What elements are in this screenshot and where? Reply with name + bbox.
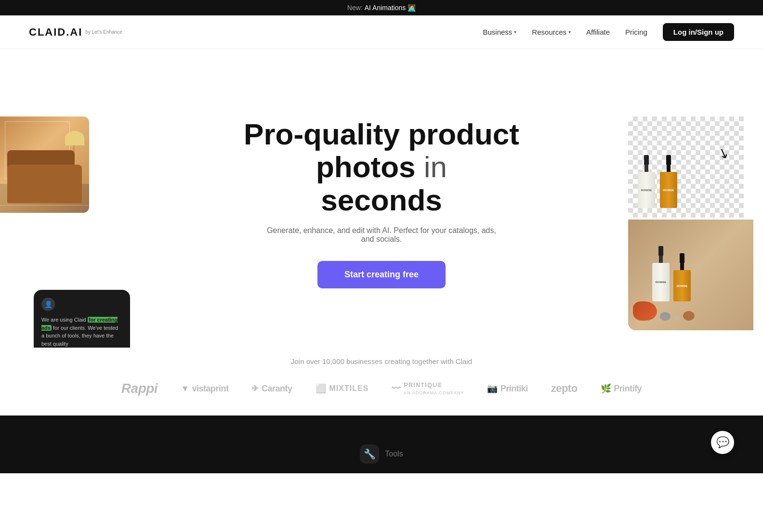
bottle-label: ROWSE [677,285,688,287]
chevron-down-icon: ▾ [568,29,571,35]
review-text: We are using Claid for creating ads for … [41,316,122,348]
logo-text: CLAID.AI [29,26,82,39]
stone-brown [683,311,695,321]
product-after-panel: ROWSE ROWSE [628,220,753,330]
hero-right-decoration: ROWSE ROWSE ↘ [628,117,763,330]
logo-printify: 🌿 Printify [601,383,642,394]
banner-link[interactable]: AI Animations 🧑‍💻 [365,4,416,12]
logo-printique: 〰 PRINTIQUEAN ADORAMA COMPANY [392,381,464,396]
logo-vistaprint: ▼ vistaprint [181,384,228,394]
bottle-body: ROWSE [673,270,691,301]
printiki-icon: 📷 [487,383,498,394]
logos-tagline: Join over 10,000 businesses creating tog… [19,357,744,365]
navigation: CLAID.AI by Let's Enhance Business ▾ Res… [0,15,763,49]
caranty-icon: ✈ [251,383,259,394]
start-creating-button[interactable]: Start creating free [317,261,446,288]
bottle-group-after: ROWSE ROWSE [652,246,691,301]
bottle-body: ROWSE [652,263,670,301]
vistaprint-icon: ▼ [181,384,189,394]
hero-title-seconds: seconds [321,183,442,217]
avatar: 👤 [41,298,55,311]
nav-pricing[interactable]: Pricing [625,28,647,36]
logo-rappi: Rappi [121,381,158,396]
logo-zepto: zepto [551,382,578,395]
review-highlight: for creating ads [41,317,118,331]
bottle-white-1: ROWSE [638,155,655,208]
footer-tools-item: 🔧 Tools [360,444,403,464]
stone-small [673,315,680,321]
bottle-gold-2: ROWSE [673,253,691,301]
hero-left-decoration: 👤 We are using Claid for creating ads fo… [0,117,96,213]
nav-business[interactable]: Business ▾ [483,28,516,36]
bottle-neck [680,263,684,270]
bottle-label: ROWSE [663,189,674,192]
logo: CLAID.AI by Let's Enhance [29,26,122,39]
hero-cta: Start creating free [317,261,446,288]
lamp-shade [65,131,84,145]
footer-section: 🔧 Tools 💬 [0,415,763,473]
logo-mixtiles: ⬜ MIXTILES [316,383,369,394]
hero-title: Pro-quality product photos in seconds [198,118,565,217]
bottle-body: ROWSE [638,172,655,208]
printique-icon: 〰 [392,384,401,394]
footer-content: 🔧 Tools [312,444,451,464]
nav-affiliate[interactable]: Affiliate [586,28,610,36]
mixtiles-icon: ⬜ [316,383,327,394]
nav-links: Business ▾ Resources ▾ Affiliate Pricing… [483,23,734,41]
nav-resources[interactable]: Resources ▾ [532,28,571,36]
logo-caranty: ✈ Caranty [251,383,292,394]
logo-printiki: 📷 Printiki [487,383,528,394]
review-card: 👤 We are using Claid for creating ads fo… [34,290,130,348]
chevron-down-icon: ▾ [514,29,516,35]
hero-section: 👤 We are using Claid for creating ads fo… [0,49,763,348]
sofa-image [0,117,89,213]
sofa-shape [7,165,82,203]
bottle-white-2: ROWSE [652,246,670,301]
bottle-gold-1: ROWSE [660,155,677,208]
bottle-label: ROWSE [641,189,652,192]
stone-orange [633,301,657,321]
logo-sub: by Let's Enhance [85,29,122,35]
footer-tools-label: Tools [385,450,403,458]
product-before-panel: ROWSE ROWSE ↘ [628,117,744,218]
printify-icon: 🌿 [601,383,611,394]
bottle-neck [659,256,663,263]
hero-subtitle: Generate, enhance, and edit with AI. Per… [261,226,502,244]
login-button[interactable]: Log in/Sign up [663,23,734,41]
logos-section: Join over 10,000 businesses creating tog… [0,348,763,415]
bottle-cap [666,155,671,165]
bottle-cap [644,155,649,165]
bottle-body: ROWSE [660,172,677,208]
chat-button[interactable]: 💬 [711,431,734,454]
bottle-cap [680,253,684,263]
bottle-label: ROWSE [656,281,667,284]
bottle-neck [645,165,648,172]
bottle-neck [667,165,671,172]
product-stones [633,301,695,321]
logos-row: Rappi ▼ vistaprint ✈ Caranty ⬜ MIXTILES … [19,381,744,396]
arrow-icon: ↘ [716,144,732,163]
bottle-group-before: ROWSE ROWSE [638,155,677,208]
hero-title-in: in [424,150,447,183]
tools-icon: 🔧 [360,444,379,464]
hero-title-bold: Pro-quality product photos [244,117,519,183]
bottle-cap [658,246,663,256]
stone-gray [660,312,671,321]
floor-line [0,205,89,206]
banner-new-label: New: [347,4,363,12]
announcement-banner: New: AI Animations 🧑‍💻 [0,0,763,15]
